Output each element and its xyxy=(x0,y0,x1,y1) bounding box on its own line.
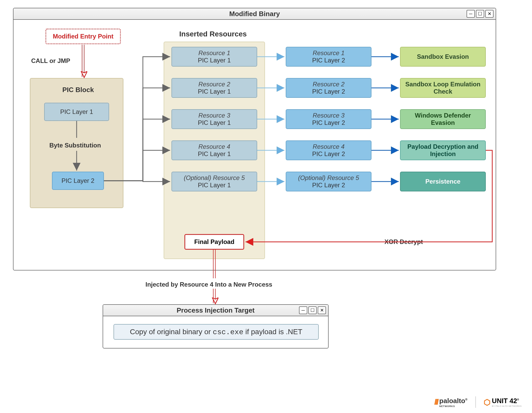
target-window-controls: ─ ☐ ✕ xyxy=(299,306,326,314)
resource-outcome-box: Persistence xyxy=(400,172,486,191)
minimize-icon[interactable]: ─ xyxy=(299,306,307,314)
target-text: Copy of original binary or csc.exe if pa… xyxy=(130,328,302,336)
final-payload-box: Final Payload xyxy=(184,234,244,250)
resource-l1-box: Resource 4PIC Layer 1 xyxy=(171,140,257,160)
main-title: Modified Binary xyxy=(229,10,280,18)
xor-decrypt-label: XOR Decrypt xyxy=(384,238,423,246)
main-titlebar: Modified Binary ─ ☐ ✕ xyxy=(14,8,496,20)
window-controls: ─ ☐ ✕ xyxy=(467,10,494,18)
close-icon[interactable]: ✕ xyxy=(318,306,326,314)
inserted-title: Inserted Resources xyxy=(179,30,247,38)
entry-point-label: Modified Entry Point xyxy=(53,33,113,40)
resource-outcome-box: Payload Decryption and Injection xyxy=(400,140,486,160)
resource-l2-box: Resource 4PIC Layer 2 xyxy=(286,140,371,160)
resource-l2-box: (Optional) Resource 5PIC Layer 2 xyxy=(286,172,371,191)
paloalto-logo: /// paloalto® NETWORKS xyxy=(434,397,468,408)
resource-l2-box: Resource 3PIC Layer 2 xyxy=(286,109,371,129)
injected-label: Injected by Resource 4 Into a New Proces… xyxy=(145,281,272,288)
target-window: Process Injection Target ─ ☐ ✕ Copy of o… xyxy=(103,304,329,349)
target-titlebar: Process Injection Target ─ ☐ ✕ xyxy=(103,305,328,316)
call-jmp-label: CALL or JMP xyxy=(31,57,70,64)
resource-outcome-box: Windows Defender Evasion xyxy=(400,109,486,129)
footer-logos: /// paloalto® NETWORKS ⬡ UNIT 42® BY PAL… xyxy=(434,396,522,408)
maximize-icon[interactable]: ☐ xyxy=(308,306,317,314)
pic-block-title: PIC Block xyxy=(62,86,94,94)
resource-outcome-box: Sandbox Loop Emulation Check xyxy=(400,78,486,98)
resource-l1-box: Resource 1PIC Layer 1 xyxy=(171,47,257,67)
resource-l2-box: Resource 2PIC Layer 2 xyxy=(286,78,371,98)
resource-l1-box: (Optional) Resource 5PIC Layer 1 xyxy=(171,172,257,191)
pic-layer1-label: PIC Layer 1 xyxy=(60,108,93,115)
close-icon[interactable]: ✕ xyxy=(485,10,494,18)
byte-sub-label: Byte Substitution xyxy=(49,142,101,149)
entry-point-box: Modified Entry Point xyxy=(45,29,121,44)
resource-outcome-box: Sandbox Evasion xyxy=(400,47,486,67)
minimize-icon[interactable]: ─ xyxy=(467,10,475,18)
logo-divider xyxy=(475,396,476,408)
pic-layer2-label: PIC Layer 2 xyxy=(62,177,95,184)
maximize-icon[interactable]: ☐ xyxy=(476,10,484,18)
pic-layer1-box: PIC Layer 1 xyxy=(44,103,109,121)
target-content-box: Copy of original binary or csc.exe if pa… xyxy=(114,324,319,340)
resource-l1-box: Resource 2PIC Layer 1 xyxy=(171,78,257,98)
paloalto-chevron-icon: /// xyxy=(434,398,438,406)
pic-layer2-box: PIC Layer 2 xyxy=(52,172,104,190)
final-payload-label: Final Payload xyxy=(194,238,235,246)
unit42-logo: ⬡ UNIT 42® BY PALO ALTO NETWORKS xyxy=(484,397,522,407)
resource-l1-box: Resource 3PIC Layer 1 xyxy=(171,109,257,129)
resource-l2-box: Resource 1PIC Layer 2 xyxy=(286,47,371,67)
target-title: Process Injection Target xyxy=(177,306,255,314)
unit42-mark-icon: ⬡ xyxy=(484,398,490,407)
